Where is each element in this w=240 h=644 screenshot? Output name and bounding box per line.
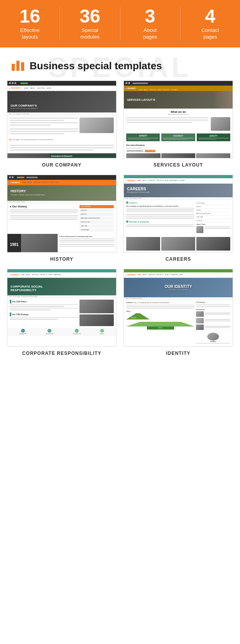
co-topbar [7,269,116,272]
mini-navbar: ⬥ ADAMAS HOMEABOUTOUR PROJNEWS [7,86,116,91]
template-preview-our-company[interactable]: ⬥ ADAMAS HOMEABOUTOUR PROJNEWS OUR COMPA… [7,81,116,158]
section-title: Business special templates [30,60,162,72]
template-preview-history[interactable]: ⬥ ADAMAS HOME ABOUT SERVICES PROJECTS NE… [7,175,116,253]
stat-number-layouts: 16 [0,7,60,26]
stat-special-modules: 36 Specialmodules [60,7,120,40]
stat-number-contact: 4 [180,7,240,26]
stat-label-contact: Contactpages [180,27,240,40]
mini-topbar [7,81,116,86]
template-grid: ⬥ ADAMAS HOMEABOUTOUR PROJNEWS OUR COMPA… [0,81,240,365]
id-topbar [124,269,233,272]
template-card-history[interactable]: ⬥ ADAMAS HOME ABOUT SERVICES PROJECTS NE… [7,175,116,262]
mini-topbar-hs [7,175,116,180]
stat-number-about: 3 [120,7,180,26]
stat-contact-pages: 4 Contactpages [180,7,240,40]
ca-topbar [124,175,233,178]
stat-number-modules: 36 [60,7,120,26]
template-preview-careers[interactable]: ⬥ ADAMAS HOME ABOUT SERVICES PROJECTS NE… [124,175,233,253]
stat-label-layouts: Effectivelayouts [0,27,60,40]
template-name-history: HISTORY [50,256,74,262]
template-card-identity[interactable]: ⬥ ADAMAS HOME ABOUT SERVICES PROJECTS NE… [124,269,233,356]
template-preview-corporate[interactable]: ⬥ ADAMAS HOME ABOUT SERVICES PROJECTS NE… [7,269,116,347]
template-name-identity: IDENTITY [166,351,191,356]
section-title-area: SPECIAL Business special templates [0,47,240,81]
ca-navbar: ⬥ ADAMAS HOME ABOUT SERVICES PROJECTS NE… [124,178,233,184]
template-name-services-layout: SERVICES LAYOUT [154,162,203,168]
template-name-our-company: OUR COMPANY [42,162,81,168]
template-card-careers[interactable]: ⬥ ADAMAS HOME ABOUT SERVICES PROJECTS NE… [124,175,233,262]
template-preview-identity[interactable]: ⬥ ADAMAS HOME ABOUT SERVICES PROJECTS NE… [124,269,233,347]
id-navbar: ⬥ ADAMAS HOME ABOUT SERVICES PROJECTS NE… [124,272,233,278]
stat-effective-layouts: 16 Effectivelayouts [0,7,60,40]
bars-icon [12,61,24,71]
template-name-careers: CAREERS [166,256,191,262]
stat-about-pages: 3 Aboutpages [120,7,180,40]
stat-label-modules: Specialmodules [60,27,120,40]
template-name-corporate: CORPORATE RESPONSIBILITY [22,351,101,356]
template-card-services-layout[interactable]: ⬥ ADAMAS HOMEABOUTSERVICESNEWSFEATURESCO… [124,81,233,168]
template-card-corporate[interactable]: ⬥ ADAMAS HOME ABOUT SERVICES PROJECTS NE… [7,269,116,356]
stat-label-about: Aboutpages [120,27,180,40]
co-navbar: ⬥ ADAMAS HOME ABOUT SERVICES PROJECTS NE… [7,272,116,278]
stats-banner: 16 Effectivelayouts 36 Specialmodules 3 … [0,0,240,47]
template-card-our-company[interactable]: ⬥ ADAMAS HOMEABOUTOUR PROJNEWS OUR COMPA… [7,81,116,168]
template-preview-services-layout[interactable]: ⬥ ADAMAS HOMEABOUTSERVICESNEWSFEATURESCO… [124,81,233,158]
